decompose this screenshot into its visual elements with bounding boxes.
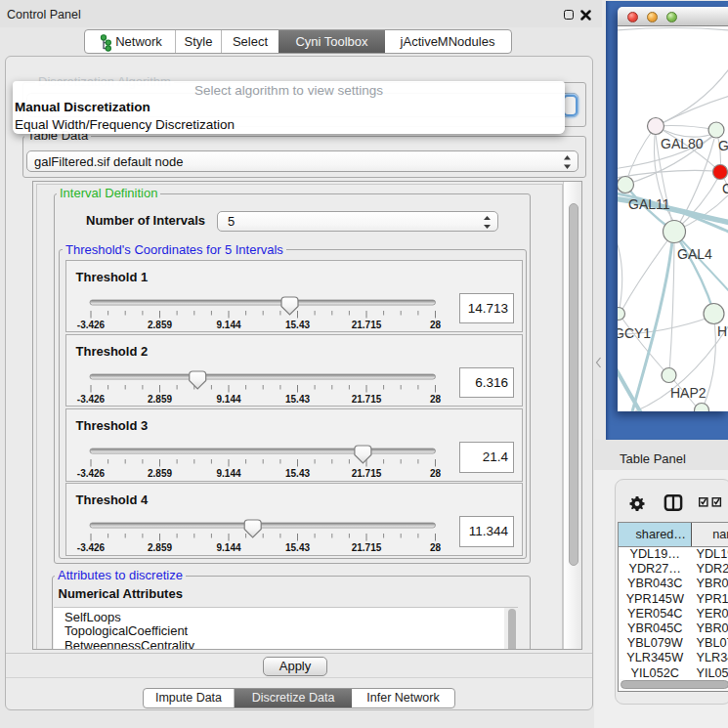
svg-text:GCY1: GCY1 — [618, 325, 651, 341]
svg-text:9.144: 9.144 — [216, 468, 240, 479]
svg-text:28: 28 — [429, 542, 441, 553]
svg-text:-3.426: -3.426 — [76, 468, 105, 479]
svg-text:15.43: 15.43 — [284, 468, 309, 479]
svg-text:GAL4: GAL4 — [677, 246, 712, 262]
svg-text:15.43: 15.43 — [284, 393, 309, 404]
svg-text:15.43: 15.43 — [284, 542, 309, 553]
svg-text:2.859: 2.859 — [147, 319, 171, 329]
svg-text:2.859: 2.859 — [147, 468, 171, 479]
svg-text:2.859: 2.859 — [147, 393, 171, 404]
svg-text:21.715: 21.715 — [351, 319, 381, 329]
svg-text:-3.426: -3.426 — [76, 393, 105, 404]
svg-text:H: H — [717, 323, 727, 339]
svg-text:21.715: 21.715 — [351, 468, 381, 479]
svg-text:28: 28 — [429, 468, 441, 479]
svg-text:28: 28 — [429, 393, 441, 404]
svg-text:GA: GA — [718, 138, 728, 153]
svg-text:15.43: 15.43 — [284, 319, 309, 329]
svg-text:21.715: 21.715 — [351, 542, 381, 553]
svg-text:9.144: 9.144 — [216, 319, 240, 329]
svg-text:28: 28 — [429, 319, 441, 329]
svg-text:-3.426: -3.426 — [76, 542, 105, 553]
svg-text:21.715: 21.715 — [351, 393, 381, 404]
svg-text:CY: CY — [722, 181, 728, 196]
svg-text:-3.426: -3.426 — [76, 319, 105, 329]
svg-text:9.144: 9.144 — [216, 542, 240, 553]
svg-text:GAL11: GAL11 — [628, 196, 670, 212]
svg-text:9.144: 9.144 — [216, 393, 240, 404]
svg-text:GAL80: GAL80 — [661, 136, 704, 151]
svg-text:2.859: 2.859 — [147, 542, 171, 553]
svg-text:HAP2: HAP2 — [670, 385, 707, 401]
